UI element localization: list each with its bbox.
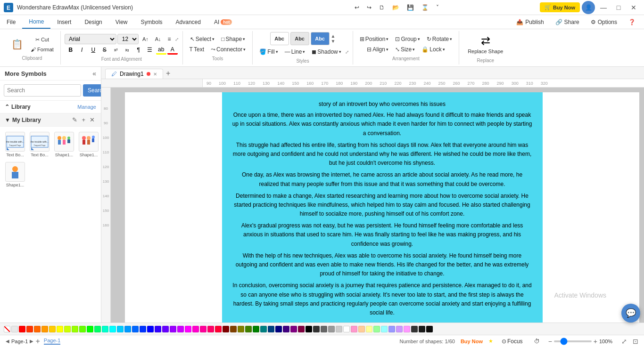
lock-btn[interactable]: 🔒 Lock ▾ xyxy=(419,45,447,54)
share-btn[interactable]: 🔗 Share xyxy=(551,17,584,27)
new-btn[interactable]: 🗋 xyxy=(376,3,388,12)
next-page-btn[interactable]: ▶ xyxy=(30,339,33,344)
color-swatch[interactable] xyxy=(147,326,154,332)
buy-now-button[interactable]: 🛒 Buy Now xyxy=(540,2,580,12)
color-swatch[interactable] xyxy=(19,326,25,332)
zoom-slider[interactable] xyxy=(554,340,592,342)
manage-link[interactable]: Manage xyxy=(77,104,96,110)
menu-insert[interactable]: Insert xyxy=(50,15,78,29)
style-swatch-3[interactable]: Abc xyxy=(311,32,330,45)
color-swatch[interactable] xyxy=(321,326,327,332)
color-swatch[interactable] xyxy=(87,326,93,332)
color-swatch[interactable] xyxy=(260,326,267,332)
clock-btn[interactable]: ⏱ xyxy=(531,337,543,346)
search-button[interactable]: Search xyxy=(83,84,101,97)
line-btn[interactable]: — Line ▾ xyxy=(282,47,308,56)
color-swatch[interactable] xyxy=(298,326,305,332)
color-swatch[interactable] xyxy=(313,326,320,332)
color-swatch[interactable] xyxy=(351,326,357,332)
transparent-color-swatch[interactable] xyxy=(4,326,10,332)
style-swatch-1[interactable]: Abc xyxy=(270,32,289,45)
redo-btn[interactable]: ↪ xyxy=(364,3,374,12)
shadow-btn[interactable]: ◼ Shadow ▾ xyxy=(309,47,344,56)
menu-home[interactable]: Home xyxy=(22,15,50,29)
my-library-edit-btn[interactable]: ✎ xyxy=(71,116,79,124)
color-swatch[interactable] xyxy=(200,326,206,332)
fit-screen-btn[interactable]: ⤢ xyxy=(621,338,627,345)
color-swatch[interactable] xyxy=(253,326,259,332)
paragraph-btn[interactable]: ¶ xyxy=(133,45,144,55)
color-swatch[interactable] xyxy=(268,326,274,332)
list-item[interactable]: the trouble with... Trapped Page Text Bo… xyxy=(4,130,26,159)
search-input[interactable] xyxy=(4,84,81,97)
my-library-close-btn[interactable]: ✕ xyxy=(88,116,96,124)
color-swatch[interactable] xyxy=(283,326,289,332)
paste-btn[interactable]: 📋 xyxy=(8,38,27,51)
color-swatch[interactable] xyxy=(162,326,169,332)
color-swatch[interactable] xyxy=(343,326,350,332)
library-toggle[interactable]: ⌃ Library xyxy=(5,104,31,110)
help-btn[interactable]: ❓ xyxy=(624,17,640,27)
publish-btn[interactable]: 📤 Publish xyxy=(512,17,548,27)
fit-page-btn[interactable]: ⊡ xyxy=(633,338,638,345)
fill-btn[interactable]: 🪣 Fill ▾ xyxy=(256,47,281,56)
color-swatch[interactable] xyxy=(192,326,199,332)
highlight-btn[interactable]: ab xyxy=(156,45,166,55)
font-align-btn[interactable]: ≡ xyxy=(165,34,174,44)
bold-btn[interactable]: B xyxy=(66,45,76,55)
buy-now-status-btn[interactable]: Buy Now xyxy=(461,339,483,344)
maximize-btn[interactable]: □ xyxy=(612,1,625,14)
undo-btn[interactable]: ↩ xyxy=(352,3,362,12)
color-swatch[interactable] xyxy=(109,326,116,332)
tab-close-btn[interactable]: ✕ xyxy=(153,72,157,77)
color-swatch[interactable] xyxy=(49,326,56,332)
zoom-in-btn[interactable]: + xyxy=(594,338,597,345)
menu-ai[interactable]: AI hot xyxy=(207,15,239,29)
style-swatch-2[interactable]: Abc xyxy=(290,32,309,45)
my-library-add-btn[interactable]: + xyxy=(80,116,87,124)
cut-btn[interactable]: ✂ Cut xyxy=(28,35,57,44)
color-swatch[interactable] xyxy=(41,326,48,332)
replace-shape-btn[interactable]: ⇄ Replace Shape xyxy=(463,32,508,56)
styles-expand-btn[interactable]: ▲▼ xyxy=(331,33,336,44)
color-swatch[interactable] xyxy=(426,326,433,332)
position-btn[interactable]: ⊞ Position ▾ xyxy=(357,34,392,44)
color-swatch[interactable] xyxy=(79,326,86,332)
font-shrink-btn[interactable]: A↓ xyxy=(152,35,164,43)
color-swatch[interactable] xyxy=(132,326,139,332)
font-color-btn[interactable]: A xyxy=(167,45,178,55)
color-swatch[interactable] xyxy=(177,326,184,332)
add-page-btn[interactable]: + xyxy=(35,337,40,346)
focus-btn[interactable]: ⊙ Focus xyxy=(499,337,526,346)
strikethrough-btn[interactable]: S xyxy=(99,45,110,55)
color-swatch[interactable] xyxy=(404,326,410,332)
color-swatch[interactable] xyxy=(117,326,124,332)
text-btn[interactable]: T Text xyxy=(187,45,207,54)
font-grow-btn[interactable]: A↑ xyxy=(140,35,151,43)
color-swatch[interactable] xyxy=(245,326,252,332)
select-btn[interactable]: ↖ Select ▾ xyxy=(187,34,217,44)
size-btn[interactable]: ⤡ Size ▾ xyxy=(392,45,418,54)
underline-btn[interactable]: U xyxy=(88,45,99,55)
color-swatch[interactable] xyxy=(358,326,365,332)
my-library-toggle[interactable]: ▼ My Library xyxy=(5,117,41,123)
canvas-scroll[interactable]: 80 90 100 110 120 130 140 150 160 story … xyxy=(101,88,644,323)
list-item[interactable]: Shape1... xyxy=(77,130,100,159)
close-btn[interactable]: ✕ xyxy=(627,1,640,14)
menu-file[interactable]: File xyxy=(0,15,22,29)
font-name-select[interactable]: Arial Times New Roman Calibri xyxy=(65,34,116,44)
color-swatch[interactable] xyxy=(419,326,425,332)
color-swatch[interactable] xyxy=(11,326,18,332)
color-swatch[interactable] xyxy=(207,326,214,332)
superscript-btn[interactable]: x² xyxy=(111,45,121,55)
subscript-btn[interactable]: x₂ xyxy=(122,45,132,55)
add-tab-btn[interactable]: + xyxy=(163,68,173,79)
color-swatch[interactable] xyxy=(26,326,33,332)
minimize-btn[interactable]: — xyxy=(597,1,610,14)
color-swatch[interactable] xyxy=(411,326,418,332)
color-swatch[interactable] xyxy=(64,326,71,332)
italic-btn[interactable]: I xyxy=(77,45,87,55)
color-swatch[interactable] xyxy=(381,326,388,332)
color-swatch[interactable] xyxy=(94,326,101,332)
menu-symbols[interactable]: Symbols xyxy=(134,15,169,29)
